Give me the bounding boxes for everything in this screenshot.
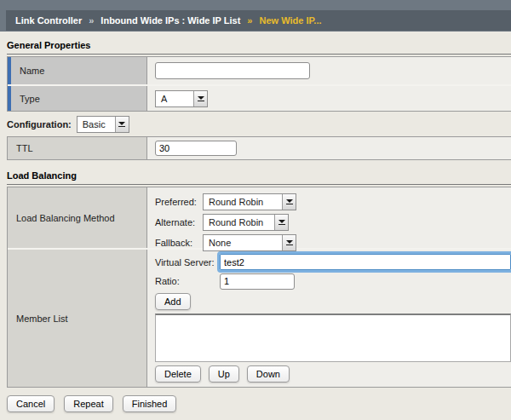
type-select-value: A — [156, 94, 172, 104]
table-row: Name — [8, 57, 511, 84]
member-listbox[interactable] — [155, 314, 511, 362]
window-top-strip: Link Controller » Inbound Wide IPs : Wid… — [0, 0, 511, 32]
breadcrumb-link-controller[interactable]: Link Controller — [15, 15, 82, 26]
chevron-down-icon — [115, 117, 129, 132]
virtual-server-input[interactable] — [220, 254, 511, 270]
table-row: Type A — [8, 84, 511, 111]
general-properties-table: Name Type A — [7, 56, 511, 112]
preferred-select-value: Round Robin — [204, 197, 268, 207]
up-button[interactable]: Up — [209, 365, 239, 383]
repeat-button[interactable]: Repeat — [64, 395, 112, 412]
alternate-select-value: Round Robin — [204, 217, 268, 227]
chevron-down-icon — [193, 91, 207, 106]
cancel-button[interactable]: Cancel — [7, 395, 55, 412]
breadcrumb: Link Controller » Inbound Wide IPs : Wid… — [6, 10, 511, 31]
configuration-label: Configuration: — [7, 119, 72, 129]
configuration-row: Configuration: Basic — [7, 116, 511, 133]
type-label: Type — [8, 86, 147, 111]
general-properties-heading: General Properties — [7, 40, 511, 55]
configuration-select-value: Basic — [78, 119, 111, 129]
breadcrumb-current-page: New Wide IP... — [259, 15, 321, 26]
finished-button[interactable]: Finished — [123, 395, 177, 412]
fallback-select[interactable]: None — [203, 234, 296, 251]
breadcrumb-separator-icon: » — [247, 15, 252, 26]
fallback-label: Fallback: — [155, 238, 203, 248]
load-balancing-table: Load Balancing Method Preferred: Round R… — [7, 187, 511, 388]
member-list-label: Member List — [8, 250, 147, 387]
chevron-down-icon — [282, 235, 296, 250]
breadcrumb-separator-icon: » — [89, 15, 94, 26]
configuration-select[interactable]: Basic — [77, 116, 129, 133]
add-button[interactable]: Add — [155, 293, 191, 310]
table-row: Member List Virtual Server: Ratio: Add D… — [8, 248, 511, 387]
chevron-down-icon — [274, 215, 288, 230]
name-label: Name — [8, 57, 147, 84]
ratio-label: Ratio: — [155, 276, 220, 286]
form-content: General Properties Name Type A Configura… — [0, 32, 511, 388]
load-balancing-method-label: Load Balancing Method — [8, 187, 147, 248]
ttl-table: TTL — [7, 136, 511, 160]
delete-button[interactable]: Delete — [155, 365, 201, 383]
chevron-down-icon — [282, 194, 296, 210]
form-actions: Cancel Repeat Finished — [0, 388, 511, 412]
virtual-server-label: Virtual Server: — [155, 257, 220, 268]
preferred-select[interactable]: Round Robin — [203, 193, 296, 210]
fallback-select-value: None — [204, 238, 236, 248]
load-balancing-heading: Load Balancing — [7, 170, 511, 185]
table-row: Load Balancing Method Preferred: Round R… — [8, 187, 511, 248]
alternate-label: Alternate: — [155, 217, 203, 227]
ttl-label: TTL — [8, 137, 147, 159]
breadcrumb-wide-ip-list[interactable]: Inbound Wide IPs : Wide IP List — [100, 15, 240, 26]
preferred-label: Preferred: — [155, 197, 203, 207]
name-input[interactable] — [155, 62, 310, 79]
table-row: TTL — [8, 137, 511, 159]
type-select[interactable]: A — [155, 90, 208, 107]
ttl-input[interactable] — [155, 141, 237, 156]
ratio-input[interactable] — [220, 273, 295, 290]
alternate-select[interactable]: Round Robin — [203, 214, 289, 231]
down-button[interactable]: Down — [247, 365, 290, 383]
